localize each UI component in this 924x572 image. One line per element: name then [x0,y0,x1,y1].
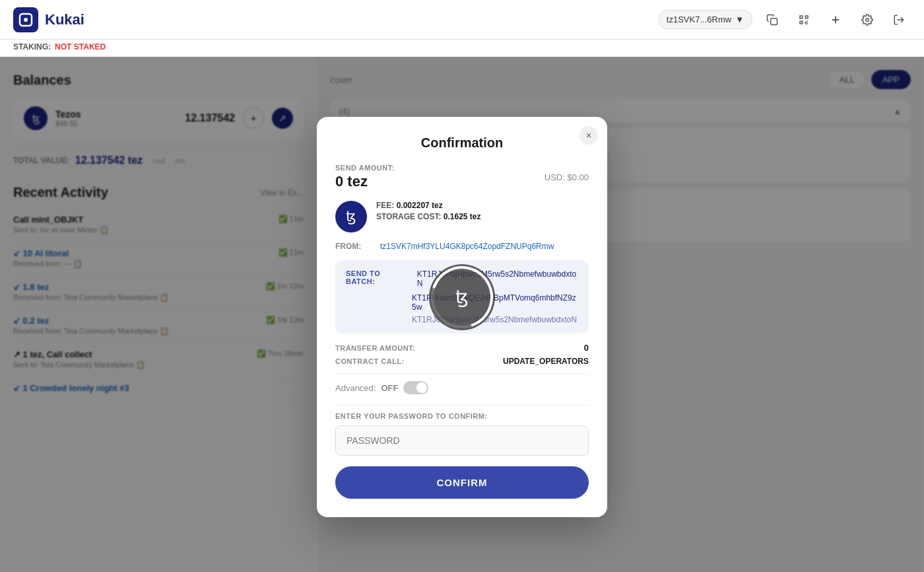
spinner-background: ꜩ [429,264,495,330]
from-row: FROM: tz1SVK7mHf3YLU4GK8pc64ZopdFZNUPq6R… [335,242,589,251]
staking-status: NOT STAKED [55,42,106,52]
send-amount-label: SEND AMOUNT: [335,164,535,172]
confirm-button[interactable]: CONFIRM [335,466,589,499]
send-to-batch-label: SEND TO BATCH: [346,269,411,285]
storage-line: STORAGE COST: 0.1625 tez [376,212,589,221]
from-address: tz1SVK7mHf3YLU4GK8pc64ZopdFZNUPq6Rmw [380,242,554,251]
copy-icon[interactable] [760,8,784,32]
fee-line: FEE: 0.002207 tez [376,201,589,210]
fee-details: FEE: 0.002207 tez STORAGE COST: 0.1625 t… [376,201,589,221]
password-label: ENTER YOUR PASSWORD TO CONFIRM: [335,412,589,420]
svg-point-5 [866,18,869,21]
logo-icon [13,7,38,32]
modal-title: Confirmation [335,135,589,151]
contract-call-row: CONTRACT CALL: UPDATE_OPERATORS [335,357,589,366]
logo-text: Kukai [45,11,84,28]
transfer-amount-value: 0 [584,343,589,353]
advanced-toggle[interactable] [403,381,428,394]
logout-icon[interactable] [887,8,911,32]
wallet-selector[interactable]: tz1SVK7...6Rmw ▼ [658,10,752,29]
contract-call-value: UPDATE_OPERATORS [503,357,589,366]
password-input[interactable] [335,425,589,456]
fee-label: FEE: [376,201,394,210]
storage-label: STORAGE COST: [376,212,441,221]
svg-rect-2 [771,18,777,24]
spinner-tez-symbol: ꜩ [455,286,469,308]
divider [335,374,589,375]
settings-icon[interactable] [855,8,879,32]
qr-icon[interactable] [792,8,816,32]
fee-section: ꜩ FEE: 0.002207 tez STORAGE COST: 0.1625… [335,201,589,232]
loading-spinner: ꜩ [429,264,495,330]
fee-value: 0.002207 tez [397,201,443,210]
send-amount-usd: USD: $0.00 [544,172,589,182]
add-icon[interactable] [824,8,847,32]
svg-point-1 [24,18,28,22]
main-content: Balances ꜩ Tezos $48.55 12.137542 + ↗ TO… [0,57,924,572]
transfer-row: TRANSFER AMOUNT: 0 [335,343,589,353]
advanced-label: Advanced: [335,383,376,393]
from-label: FROM: [335,242,375,251]
send-amount-row: SEND AMOUNT: 0 tez USD: $0.00 [335,164,589,190]
wallet-address: tz1SVK7...6Rmw [667,15,731,24]
logo: Kukai [13,7,84,32]
advanced-row: Advanced: OFF [335,381,589,394]
batch-box: SEND TO BATCH: KT1RJ6PbjHpwc3M5rw5s2Nbme… [335,260,589,334]
modal-close-button[interactable]: × [579,126,598,145]
transfer-amount-label: TRANSFER AMOUNT: [335,344,415,352]
contract-call-label: CONTRACT CALL: [335,357,405,365]
tezos-icon: ꜩ [335,201,367,232]
advanced-status: OFF [381,383,398,393]
confirmation-modal: × Confirmation SEND AMOUNT: 0 tez USD: $… [317,117,607,517]
staking-bar: STAKING: NOT STAKED [0,40,924,57]
toggle-knob [416,382,427,393]
modal-overlay: × Confirmation SEND AMOUNT: 0 tez USD: $… [0,57,924,572]
chevron-down-icon: ▼ [735,15,744,24]
topnav: Kukai tz1SVK7...6Rmw ▼ [0,0,924,40]
staking-label: STAKING: [13,42,51,52]
storage-value: 0.1625 tez [444,212,481,221]
nav-right: tz1SVK7...6Rmw ▼ [658,8,911,32]
divider2 [335,405,589,406]
send-amount-value: 0 tez [335,173,535,190]
